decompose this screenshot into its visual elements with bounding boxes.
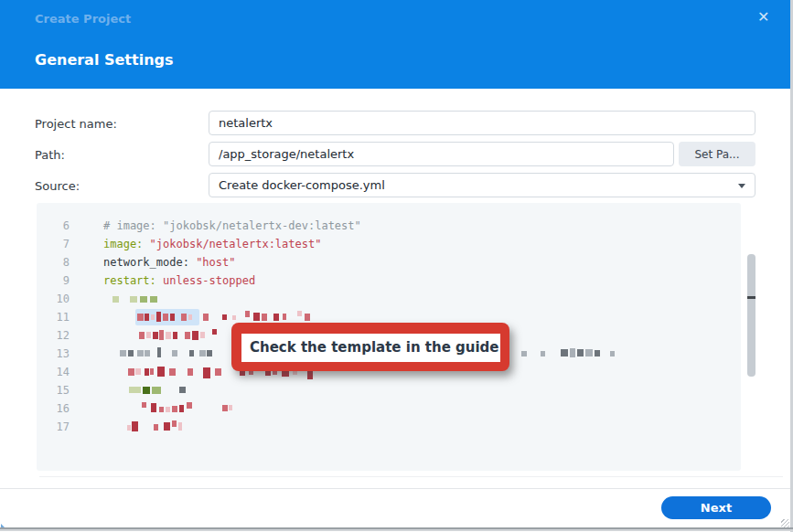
code-line: 8network_mode: "host": [37, 253, 741, 271]
annotation-callout: Check the template in the guide: [231, 323, 509, 371]
redacted-block: [273, 314, 279, 321]
line-number: 13: [37, 347, 70, 360]
redacted-block: [152, 387, 161, 394]
redacted-block: [262, 314, 267, 321]
redacted-block: [229, 405, 232, 410]
source-select[interactable]: Create docker-compose.yml: [209, 173, 755, 197]
redacted-block: [188, 314, 192, 320]
redacted-block: [179, 405, 184, 412]
redacted-block: [232, 315, 236, 320]
redacted-block: [154, 424, 158, 431]
project-name-input[interactable]: [209, 111, 755, 135]
redacted-block: [159, 330, 164, 340]
redacted-block: [199, 350, 206, 356]
redacted-block: [185, 332, 190, 339]
redacted-block: [157, 367, 165, 377]
redacted-block: [222, 405, 228, 411]
line-number: 6: [37, 219, 70, 232]
line-number: 17: [37, 420, 70, 433]
redacted-block: [172, 350, 177, 356]
redacted-block: [137, 350, 144, 356]
close-icon[interactable]: ✕: [757, 10, 769, 25]
footer-divider: [0, 488, 790, 489]
redacted-block: [163, 314, 168, 321]
redacted-block: [595, 350, 600, 356]
redacted-block: [187, 402, 192, 409]
redacted-block: [130, 296, 137, 303]
redacted-block: [203, 367, 210, 378]
redacted-block: [169, 368, 176, 376]
dialog-title: Create Project: [35, 12, 131, 26]
redacted-block: [139, 332, 145, 339]
code-line: 15: [37, 381, 741, 399]
redacted-block: [129, 387, 141, 393]
code-text: network_mode: "host": [103, 256, 236, 269]
redacted-block: [188, 368, 193, 376]
redacted-block: [203, 314, 209, 321]
redacted-block: [127, 425, 131, 431]
redacted-block: [305, 314, 310, 321]
redacted-block: [253, 313, 260, 321]
redacted-block: [151, 403, 156, 412]
create-project-dialog: Create Project ✕ General Settings Projec…: [0, 0, 793, 532]
redacted-block: [145, 314, 149, 321]
code-line: 7image: "jokobsk/netalertx:latest": [37, 235, 741, 253]
code-line: [37, 203, 741, 207]
redacted-block: [120, 350, 126, 356]
resize-grip-icon[interactable]: [781, 519, 789, 527]
redacted-block: [156, 312, 161, 322]
redacted-block: [150, 368, 154, 375]
window-bottom-border-highlight: [0, 529, 793, 531]
redacted-block: [166, 407, 170, 412]
redacted-block: [610, 351, 615, 356]
code-line: 17: [37, 418, 741, 436]
line-number: 9: [37, 274, 70, 287]
redacted-block: [585, 349, 593, 356]
redacted-block: [215, 368, 221, 376]
redacted-block: [570, 348, 575, 357]
scrollbar-thumb[interactable]: [747, 254, 755, 377]
line-number: 12: [37, 329, 70, 342]
source-select-value: Create docker-compose.yml: [219, 178, 385, 192]
code-line: 6# image: "jokobsk/netalertx-dev:latest": [37, 217, 741, 235]
redacted-block: [212, 329, 217, 335]
project-name-label: Project name:: [35, 117, 117, 131]
redacted-block: [222, 314, 227, 320]
path-input[interactable]: [209, 142, 674, 166]
scrollbar-position-marker: [747, 296, 755, 299]
redacted-block: [173, 332, 177, 339]
path-label: Path:: [35, 148, 65, 162]
code-line: 9restart: unless-stopped: [37, 271, 741, 290]
redacted-block: [172, 406, 177, 412]
redacted-block: [577, 349, 584, 356]
redacted-block: [178, 422, 182, 431]
redacted-block: [164, 422, 170, 431]
code-line: 10: [37, 290, 741, 308]
line-number: 11: [37, 311, 70, 324]
redacted-block: [181, 314, 187, 321]
content-divider: [39, 476, 783, 477]
chevron-down-icon: [738, 184, 745, 188]
redacted-block: [143, 387, 150, 394]
redacted-block: [245, 311, 250, 317]
redacted-block: [179, 387, 186, 393]
redacted-block: [521, 351, 527, 356]
redacted-block: [207, 350, 212, 356]
redacted-block: [200, 332, 205, 338]
redacted-block: [283, 314, 286, 320]
redacted-block: [172, 420, 177, 427]
redacted-block: [151, 314, 155, 320]
redacted-block: [307, 370, 313, 379]
redacted-block: [166, 332, 171, 339]
code-line: 16: [37, 399, 741, 418]
redacted-block: [561, 349, 568, 356]
redacted-block: [128, 350, 134, 356]
code-text: # image: "jokobsk/netalertx-dev:latest": [103, 219, 361, 232]
section-title: General Settings: [35, 51, 174, 69]
set-path-button[interactable]: Set Pa...: [679, 142, 755, 166]
redacted-block: [159, 407, 164, 412]
line-number: 15: [37, 384, 70, 397]
redacted-block: [170, 314, 175, 321]
annotation-callout-inner: Check the template in the guide: [241, 334, 500, 362]
next-button[interactable]: Next: [661, 496, 771, 519]
